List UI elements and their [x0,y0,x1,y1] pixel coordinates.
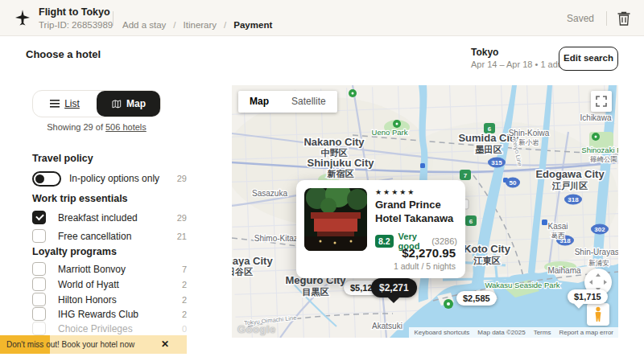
promo-banner: Don't miss out! Book your hotel now ✕ [0,335,187,354]
map-type-map[interactable]: Map [238,91,280,113]
map-label: Koto City [464,243,511,255]
map-label: Shinjuku City [307,157,374,169]
hotel-search-page: Flight to Tokyo Trip-ID: 26853989 Add a … [0,0,644,361]
edit-search-button[interactable]: Edit search [559,47,618,71]
hotel-photo [304,188,367,251]
breadcrumb-separator: / [224,20,226,30]
hotel-photo-image [304,188,367,251]
toggle-knob [35,174,44,183]
filter-count: 2 [182,295,187,305]
choice-checkbox [32,322,46,335]
filter-label: Hilton Honors [58,294,117,306]
google-logo[interactable]: Google [237,323,276,335]
map-type-satellite[interactable]: Satellite [280,91,337,113]
results-count: Showing 29 of [47,122,105,132]
price-marker-selected[interactable]: $2,271 [371,278,417,297]
filter-row-free-cancellation[interactable]: Free cancellation 21 [32,229,187,245]
map-label: 新宿区 [327,169,354,178]
map-label: Nakano City [303,136,365,148]
header-divider [113,11,114,26]
map-label: 江東区 [473,256,501,265]
map-label: Kasai [547,222,568,231]
filter-count: 0 [182,324,187,334]
filter-label: Breakfast included [58,212,138,224]
hotel-card-top: ★★★★★ Grand Prince Hotel Takanawa 8.2 Ve… [304,188,457,251]
price-caption: 1 adult / 5 nights [394,261,456,271]
hotel-card[interactable]: ★★★★★ Grand Prince Hotel Takanawa 8.2 Ve… [296,180,465,278]
map-label: Shin-Urayasu [575,248,618,256]
view-toggle: List Map [32,90,161,117]
filter-row-hyatt[interactable]: World of Hyatt 2 [32,277,187,293]
filter-count: 2 [182,280,187,289]
map-icon [111,99,122,109]
filter-row-breakfast[interactable]: Breakfast included 29 [32,211,187,227]
map-canvas[interactable]: 6 7 6 315 50 318 302 318 303 Nakan [232,85,618,338]
rating-score-badge: 8.2 [375,235,394,248]
review-count: (3286) [431,236,457,246]
map-label: Edogawa City [535,168,605,180]
keyboard-shortcuts-link[interactable]: Keyboard shortcuts [414,327,469,338]
promo-text: Don't miss out! Book your hotel now [6,340,134,349]
map-label: 篠崎公園 [590,155,617,163]
marriott-checkbox[interactable] [32,262,46,276]
hotel-price: $2,270.95 [394,246,456,260]
trash-icon[interactable] [617,10,631,27]
filter-label: Free cancellation [58,231,131,242]
breakfast-checkbox[interactable] [32,211,46,224]
price-marker[interactable]: $1,715 [568,289,608,304]
filter-row-marriott[interactable]: Marriott Bonvoy 7 [32,262,187,278]
price-block: $2,270.95 1 adult / 5 nights [394,246,456,271]
filter-label: IHG Rewards Club [58,309,138,320]
results-summary: Showing 29 of 506 hotels [32,122,161,132]
map-label: Akatsuki [372,322,402,330]
in-policy-toggle[interactable] [32,171,61,187]
close-icon[interactable]: ✕ [161,338,169,350]
route-shield: 318 [568,196,579,203]
map-label: Ichikawa [580,113,612,122]
fullscreen-button[interactable] [591,91,612,112]
route-shield: 315 [491,159,502,166]
filter-label: Choice Privileges [58,323,133,334]
map-view-label: Map [126,98,146,109]
map-label: Setagaya City [232,255,273,267]
airplane-icon [13,8,32,27]
hotel-info: ★★★★★ Grand Prince Hotel Takanawa 8.2 Ve… [375,188,457,251]
price-marker[interactable]: $2,585 [456,291,497,306]
map-label: 世田谷区 [232,267,253,277]
results-link[interactable]: 506 hotels [105,122,147,132]
list-view-button[interactable]: List [33,91,97,117]
terms-link[interactable]: Terms [534,327,551,338]
travel-policy-heading: Travel policy [32,153,93,164]
report-error-link[interactable]: Report a map error [559,327,613,338]
route-shield: 7 [464,172,468,179]
filter-count: 7 [182,265,187,274]
in-policy-filter-row[interactable]: In-policy options only 29 [32,171,187,187]
map-view-button[interactable]: Map [97,91,160,117]
in-policy-label: In-policy options only [69,173,159,184]
list-view-label: List [64,98,80,109]
filter-label: Marriott Bonvoy [58,264,126,275]
map-label: Shin-Koiwa [509,129,550,137]
map-label: 江戸川区 [551,181,588,191]
search-summary: Apr 14 – Apr 18 • 1 adult [471,59,567,69]
filter-row-ihg[interactable]: IHG Rewards Club 2 [32,307,187,323]
breadcrumb-itinerary[interactable]: Itinerary [184,20,217,30]
pegman-icon [592,306,605,322]
map-data-label: Map data ©2025 [477,327,525,338]
map-type-control: Map Satellite [238,91,337,113]
search-destination: Tokyo [471,47,498,58]
work-trip-heading: Work trip essentials [32,193,128,204]
hilton-checkbox[interactable] [32,293,46,306]
hyatt-checkbox[interactable] [32,277,46,291]
filter-count: 2 [182,310,187,319]
breadcrumb: Add a stay / Itinerary / Payment [122,20,272,30]
ihg-checkbox[interactable] [32,307,46,321]
map-label: 葛西 [551,232,566,240]
loyalty-heading: Loyalty programs [32,246,117,257]
breadcrumb-payment[interactable]: Payment [233,20,272,30]
pegman-button[interactable] [587,303,609,326]
top-bar: Flight to Tokyo Trip-ID: 26853989 Add a … [0,0,644,36]
free-cancellation-checkbox[interactable] [32,229,46,243]
filter-row-hilton[interactable]: Hilton Honors 2 [32,293,187,309]
breadcrumb-add-a-stay[interactable]: Add a stay [122,20,166,30]
